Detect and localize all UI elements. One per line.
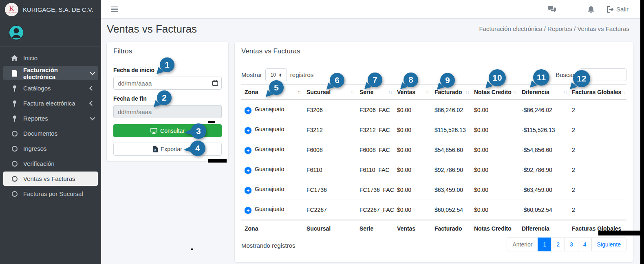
sidebar-item-label: Documentos (23, 130, 57, 137)
company-name: KURIGAGE, S.A. DE C.V. (23, 6, 93, 13)
footer-serie: Serie (356, 220, 394, 237)
column-header-sucursal[interactable]: Sucursal↑↓ (303, 85, 356, 100)
avatar-image (8, 24, 24, 41)
column-header-ventas[interactable]: Ventas↑↓ (394, 85, 431, 100)
sidebar-item-catalogos[interactable]: Catálogos (3, 81, 98, 95)
expand-row-icon[interactable]: + (245, 147, 251, 154)
search-label: Buscar: (556, 71, 576, 78)
sidebar-item-label: Reportes (23, 115, 48, 122)
expand-row-icon[interactable]: + (245, 107, 251, 114)
sidebar-item-documentos[interactable]: Documentos (3, 126, 98, 141)
pagination-prev-button[interactable]: Anterior (507, 238, 538, 251)
page-size-value: 10 (271, 72, 276, 78)
cell-5: $0.00 (471, 180, 518, 200)
sidebar-nav: Inicio Facturación electrónica Catálogos… (0, 46, 101, 201)
table-info: Mostrando registros (241, 242, 296, 249)
sidebar-item-label: Ventas vs Facturas (23, 175, 75, 182)
screen-edge-bar (640, 0, 644, 264)
pin-icon (10, 100, 19, 107)
sidebar-item-verificacion[interactable]: Verificación (3, 156, 98, 171)
end-date-input[interactable] (113, 105, 222, 118)
expand-row-icon[interactable]: + (245, 127, 251, 134)
cell-4: $60,052.54 (431, 200, 471, 220)
filters-panel: Filtros Fecha de inicio Fecha de fin Con… (107, 42, 228, 161)
cell-1: F3212 (303, 120, 356, 140)
pagination-page-4[interactable]: 4 (578, 238, 592, 251)
sidebar-item-inicio[interactable]: Inicio (3, 51, 98, 65)
notifications-bell-icon[interactable] (587, 5, 595, 13)
pagination-page-2[interactable]: 2 (551, 238, 565, 251)
brand[interactable]: K KURIGAGE KURIGAGE, S.A. DE C.V. (0, 0, 101, 19)
sidebar-item-reportes[interactable]: Reportes (3, 111, 98, 125)
circle-icon (10, 146, 19, 152)
cell-4: $54,856.60 (431, 140, 471, 160)
user-avatar[interactable] (8, 24, 24, 41)
cell-7: 2 (569, 200, 626, 220)
column-header-notas-credito[interactable]: Notas Credito↑↓ (471, 85, 518, 100)
table-row: +GuanajuatoFC2267FC2267_FAC$0.00$60,052.… (241, 200, 626, 220)
hamburger-menu-icon[interactable] (111, 5, 118, 13)
cell-5: $0.00 (471, 200, 518, 220)
sort-icon: ↑↓ (426, 89, 430, 95)
column-header-facturas-globales[interactable]: Facturas Globales↑↓ (569, 85, 626, 100)
cell-0: +Guanajuato (241, 200, 303, 220)
cell-6: -$86,246.02 (518, 100, 569, 120)
apps-grid-icon[interactable] (568, 6, 576, 13)
breadcrumb[interactable]: Facturación electrónica / Reportes / Ven… (479, 25, 629, 32)
cell-2: F3206_FAC (356, 100, 394, 120)
chevron-left-icon (89, 101, 95, 106)
search-input[interactable] (580, 68, 626, 81)
logout-label: Salir (616, 6, 629, 13)
table-footer-row: Zona Sucursal Serie Ventas Facturado Not… (241, 220, 626, 237)
exportar-button[interactable]: x Exportar (113, 143, 222, 156)
start-date-input[interactable] (113, 77, 222, 90)
cell-4: $63,459.00 (431, 180, 471, 200)
zona-value: Guanajuato (255, 206, 284, 212)
cell-5: $0.00 (471, 120, 518, 140)
cell-2: FC1736_FAC (356, 180, 394, 200)
cell-4: $115,526.13 (431, 120, 471, 140)
cell-2: F3212_FAC (356, 120, 394, 140)
cell-5: $0.00 (471, 160, 518, 180)
sidebar-item-facturas-por-sucursal[interactable]: Facturas por Sucursal (3, 187, 98, 201)
expand-row-icon[interactable]: + (245, 167, 251, 174)
column-header-serie[interactable]: Serie↑↓ (356, 85, 394, 100)
calendar-icon[interactable] (212, 79, 218, 88)
column-header-zona[interactable]: Zona↑↓ (241, 85, 303, 100)
logout-button[interactable]: Salir (607, 6, 629, 13)
messages-icon[interactable] (547, 6, 556, 13)
pagination-page-1[interactable]: 1 (538, 238, 551, 251)
table-row: +GuanajuatoF6110F6110_FAC$0.00$92,786.90… (241, 160, 626, 180)
sort-icon: ↑↓ (513, 89, 517, 95)
pagination-page-3[interactable]: 3 (565, 238, 578, 251)
column-header-facturado[interactable]: Facturado↑↓ (431, 85, 471, 100)
report-title: Ventas vs Facturas (235, 42, 633, 61)
sidebar-item-ingresos[interactable]: Ingresos (3, 141, 98, 156)
cell-7: 2 (569, 160, 626, 180)
footer-notas-credito: Notas Credito (471, 220, 518, 237)
cell-1: FC1736 (303, 180, 356, 200)
cell-5: $0.00 (471, 100, 518, 120)
expand-row-icon[interactable]: + (245, 187, 251, 194)
page-title: Ventas vs Facturas (107, 23, 197, 35)
column-header-diferencia[interactable]: Diferencia↑↓ (518, 85, 569, 100)
invoice-icon (10, 70, 19, 77)
page-size-select[interactable]: 10 ▲▼ (265, 68, 287, 81)
consultar-button[interactable]: Consultar (113, 124, 222, 137)
cell-2: FC2267_FAC (356, 200, 394, 220)
cell-1: F6110 (303, 160, 356, 180)
sidebar-item-factura-electronica[interactable]: Factura electrónica (3, 96, 98, 110)
sidebar-item-facturacion-electronica[interactable]: Facturación electrónica (3, 66, 98, 80)
cell-7: 2 (569, 100, 626, 120)
expand-row-icon[interactable]: + (245, 207, 251, 214)
cell-6: -$54,856.60 (518, 140, 569, 160)
pagination-next-button[interactable]: Siguiente (591, 238, 626, 251)
topbar: Salir (101, 0, 644, 19)
show-label: Mostrar (241, 71, 262, 78)
sidebar-item-ventas-vs-facturas[interactable]: Ventas vs Facturas (3, 172, 98, 186)
cell-7: 2 (569, 180, 626, 200)
cell-3: $0.00 (394, 120, 431, 140)
cell-1: F3206 (303, 100, 356, 120)
cell-0: +Guanajuato (241, 180, 303, 200)
cell-1: F6008 (303, 140, 356, 160)
